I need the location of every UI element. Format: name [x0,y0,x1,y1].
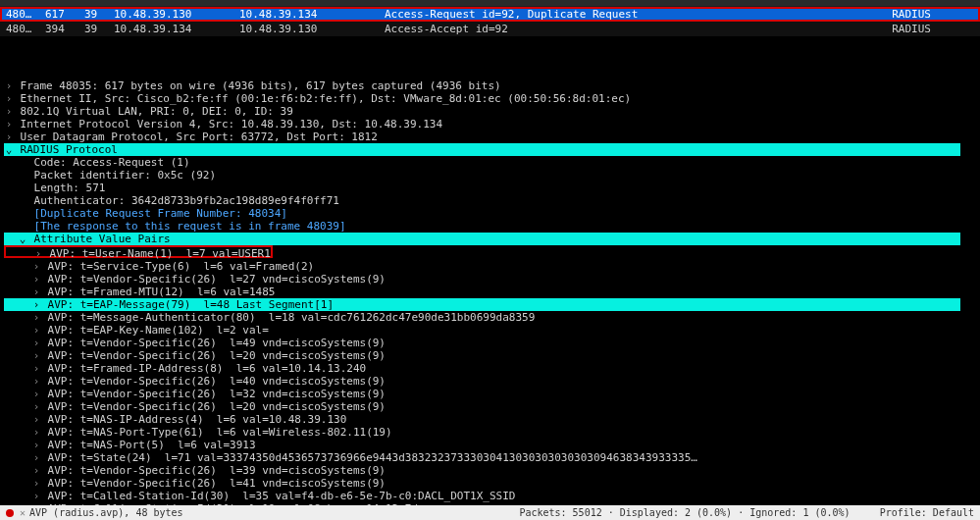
tree-node-text: 802.1Q Virtual LAN, PRI: 0, DEI: 0, ID: … [14,105,293,118]
tree-toggle-icon[interactable] [18,194,27,207]
tree-toggle-icon[interactable] [18,156,27,169]
tree-toggle-icon[interactable]: › [31,439,41,451]
tree-node-text: AVP: t=Vendor-Specific(26) l=20 vnd=cisc… [41,400,386,413]
tree-toggle-icon[interactable]: › [31,400,41,413]
tree-top-node[interactable]: ⌄ RADIUS Protocol [4,143,960,156]
tree-toggle-icon[interactable]: › [31,426,41,439]
tree-toggle-icon[interactable]: › [31,388,41,400]
packet-details-pane[interactable]: › Frame 48035: 617 bytes on wire (4936 b… [0,79,980,520]
tree-toggle-icon[interactable]: › [31,349,41,362]
tree-toggle-icon[interactable]: › [31,324,41,337]
tree-toggle-icon[interactable]: › [31,413,41,426]
tree-node-text: AVP: t=Vendor-Specific(26) l=27 vnd=cisc… [41,273,386,286]
tree-toggle-icon[interactable]: › [4,79,14,92]
tree-toggle-icon[interactable] [18,182,27,194]
tree-node-text: AVP: t=Vendor-Specific(26) l=20 vnd=cisc… [41,349,386,362]
tree-toggle-icon[interactable]: › [33,247,43,260]
tree-toggle-icon[interactable]: ⌄ [4,143,14,156]
status-packet-counts: Packets: 55012 · Displayed: 2 (0.0%) · I… [519,507,850,518]
tree-toggle-icon[interactable]: › [4,105,14,118]
tree-toggle-icon[interactable]: › [31,337,41,349]
tree-node-text: AVP: t=Framed-IP-Address(8) l=6 val=10.1… [41,362,366,375]
tree-toggle-icon[interactable] [18,169,27,182]
tree-top-node[interactable]: › Frame 48035: 617 bytes on wire (4936 b… [4,79,980,92]
tree-avp-node[interactable]: › AVP: t=NAS-Port-Type(61) l=6 val=Wirel… [4,426,980,439]
tree-node-text: AVP: t=Vendor-Specific(26) l=40 vnd=cisc… [41,375,386,388]
tree-avp-node[interactable]: › AVP: t=Vendor-Specific(26) l=49 vnd=ci… [4,337,980,349]
close-icon[interactable]: ✕ [20,507,26,518]
tree-node-text: Internet Protocol Version 4, Src: 10.48.… [14,118,442,130]
tree-node-text: Code: Access-Request (1) [27,156,190,169]
tree-avp-node[interactable]: › AVP: t=Service-Type(6) l=6 val=Framed(… [4,260,980,273]
tree-toggle-icon[interactable]: › [31,464,41,477]
tree-avp-node[interactable]: › AVP: t=EAP-Message(79) l=48 Last Segme… [4,298,960,311]
tree-avp-node[interactable]: › AVP: t=NAS-Port(5) l=6 val=3913 [4,439,980,451]
tree-avp-node[interactable]: › AVP: t=Vendor-Specific(26) l=20 vnd=ci… [4,400,980,413]
tree-avp-node[interactable]: › AVP: t=User-Name(1) l=7 val=USER1 [4,245,273,258]
tree-node-text: AVP: t=Vendor-Specific(26) l=39 vnd=cisc… [41,464,386,477]
tree-toggle-icon[interactable]: › [4,92,14,105]
status-left: AVP (radius.avp), 48 bytes [29,507,183,518]
tree-field-node[interactable]: ⌄ Attribute Value Pairs [4,233,960,245]
status-profile[interactable]: Profile: Default [880,507,974,518]
tree-node-text: AVP: t=EAP-Message(79) l=48 Last Segment… [41,298,334,311]
packet-list-pane[interactable]: 480…6173910.48.39.13010.48.39.134Access-… [0,6,980,36]
tree-node-text: [The response to this request is in fram… [27,220,346,233]
tree-toggle-icon[interactable]: › [31,362,41,375]
tree-toggle-icon[interactable]: › [31,286,41,298]
tree-avp-node[interactable]: › AVP: t=Framed-MTU(12) l=6 val=1485 [4,286,980,298]
tree-avp-node[interactable]: › AVP: t=Vendor-Specific(26) l=41 vnd=ci… [4,477,980,490]
tree-field-node[interactable]: Code: Access-Request (1) [4,156,980,169]
tree-toggle-icon[interactable]: › [4,118,14,130]
tree-node-text: AVP: t=State(24) l=71 val=33374350d45365… [41,451,697,464]
tree-avp-node[interactable]: › AVP: t=State(24) l=71 val=33374350d453… [4,451,980,464]
tree-node-text: AVP: t=Vendor-Specific(26) l=49 vnd=cisc… [41,337,386,349]
tree-node-text: AVP: t=EAP-Key-Name(102) l=2 val= [41,324,269,337]
tree-node-text: AVP: t=Framed-MTU(12) l=6 val=1485 [41,286,275,298]
tree-node-text: Authenticator: 3642d8733b9fb2ac198d89e9f… [27,194,339,207]
tree-avp-node[interactable]: › AVP: t=Vendor-Specific(26) l=20 vnd=ci… [4,349,980,362]
tree-node-text: AVP: t=Called-Station-Id(30) l=35 val=f4… [41,490,515,502]
tree-top-node[interactable]: › Ethernet II, Src: Cisco_b2:fe:ff (00:1… [4,92,980,105]
tree-avp-node[interactable]: › AVP: t=Vendor-Specific(26) l=27 vnd=ci… [4,273,980,286]
tree-node-text: [Duplicate Request Frame Number: 48034] [27,207,287,220]
tree-node-text: AVP: t=Message-Authenticator(80) l=18 va… [41,311,535,324]
tree-avp-node[interactable]: › AVP: t=Message-Authenticator(80) l=18 … [4,311,980,324]
tree-avp-node[interactable]: › AVP: t=Vendor-Specific(26) l=32 vnd=ci… [4,388,980,400]
packet-row[interactable]: 480…3943910.48.39.13410.48.39.130Access-… [0,22,980,36]
tree-node-text: AVP: t=User-Name(1) l=7 val=USER1 [43,247,271,260]
tree-avp-node[interactable]: › AVP: t=Vendor-Specific(26) l=40 vnd=ci… [4,375,980,388]
tree-avp-node[interactable]: › AVP: t=Framed-IP-Address(8) l=6 val=10… [4,362,980,375]
tree-node-text: AVP: t=Service-Type(6) l=6 val=Framed(2) [41,260,314,273]
tree-toggle-icon[interactable]: › [31,477,41,490]
tree-toggle-icon[interactable]: › [31,298,41,311]
tree-avp-node[interactable]: › AVP: t=Vendor-Specific(26) l=39 vnd=ci… [4,464,980,477]
tree-node-text: Packet identifier: 0x5c (92) [27,169,216,182]
tree-field-node[interactable]: [Duplicate Request Frame Number: 48034] [4,207,980,220]
tree-toggle-icon[interactable]: › [31,490,41,502]
tree-toggle-icon[interactable]: › [31,451,41,464]
tree-toggle-icon[interactable] [18,220,27,233]
expert-info-icon[interactable] [6,509,14,517]
tree-top-node[interactable]: › Internet Protocol Version 4, Src: 10.4… [4,118,980,130]
tree-field-node[interactable]: Packet identifier: 0x5c (92) [4,169,980,182]
tree-field-node[interactable]: Authenticator: 3642d8733b9fb2ac198d89e9f… [4,194,980,207]
packet-row[interactable]: 480…6173910.48.39.13010.48.39.134Access-… [0,7,980,22]
tree-avp-node[interactable]: › AVP: t=NAS-IP-Address(4) l=6 val=10.48… [4,413,980,426]
tree-avp-node[interactable]: › AVP: t=EAP-Key-Name(102) l=2 val= [4,324,980,337]
tree-toggle-icon[interactable]: › [31,375,41,388]
tree-toggle-icon[interactable]: ⌄ [18,233,27,245]
tree-toggle-icon[interactable]: › [31,273,41,286]
tree-node-text: AVP: t=NAS-Port(5) l=6 val=3913 [41,439,256,451]
tree-toggle-icon[interactable]: › [31,260,41,273]
tree-field-node[interactable]: Length: 571 [4,182,980,194]
tree-top-node[interactable]: › User Datagram Protocol, Src Port: 6377… [4,130,980,143]
tree-toggle-icon[interactable]: › [31,311,41,324]
tree-top-node[interactable]: › 802.1Q Virtual LAN, PRI: 0, DEI: 0, ID… [4,105,980,118]
tree-field-node[interactable]: [The response to this request is in fram… [4,220,980,233]
tree-node-text: RADIUS Protocol [14,143,118,156]
status-bar: ✕ AVP (radius.avp), 48 bytes Packets: 55… [0,505,980,520]
tree-toggle-icon[interactable]: › [4,130,14,143]
tree-node-text: Attribute Value Pairs [27,233,171,245]
tree-toggle-icon[interactable] [18,207,27,220]
